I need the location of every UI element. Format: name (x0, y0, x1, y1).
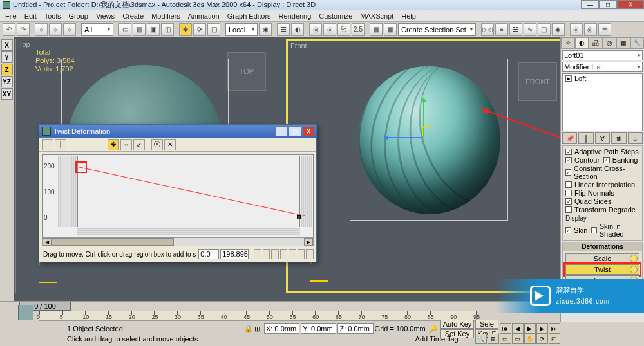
zoom-button[interactable]: 🔍 (475, 334, 487, 344)
link-button[interactable]: ⟐ (35, 23, 48, 36)
mirror-button[interactable]: ▷◁ (481, 23, 494, 36)
mateditor-button[interactable]: ◉ (552, 23, 565, 36)
zoom-v-button[interactable] (280, 249, 288, 259)
zoom-region-button[interactable] (289, 249, 296, 259)
move-button[interactable]: ✥ (179, 23, 192, 36)
menu-customize[interactable]: Customize (315, 12, 356, 20)
pan-button[interactable] (254, 249, 261, 259)
chk-quad-sides[interactable]: Quad Sides (574, 197, 611, 205)
named-sel-button2[interactable]: ▦ (384, 23, 397, 36)
gizmo-x-axis-icon[interactable] (384, 137, 423, 138)
viewcube-top[interactable]: TOP (227, 52, 266, 91)
bulb-icon[interactable] (630, 255, 638, 262)
align-button[interactable]: ≡ (495, 23, 508, 36)
redo-button[interactable]: ↷ (17, 23, 30, 36)
scroll-thumb[interactable] (52, 238, 174, 246)
graph-hscrollbar[interactable]: ◀ ▶ (42, 237, 314, 246)
select-name-button[interactable]: ▤ (133, 23, 146, 36)
keymode-button[interactable]: ◐ (291, 23, 304, 36)
y-field[interactable]: Y: 0.0mm (301, 323, 336, 334)
modifier-stack[interactable]: ■Loft (562, 73, 643, 131)
zoom-ext-button[interactable]: ▭ (512, 334, 524, 344)
prev-frame-button[interactable]: ◀ (512, 323, 524, 334)
render-setup-button[interactable]: ◎ (570, 23, 583, 36)
goto-end-button[interactable]: ⏭ (549, 323, 560, 334)
chk-adaptive-path[interactable]: Adaptive Path Steps (574, 148, 639, 156)
tab-display[interactable]: ▦ (616, 37, 630, 48)
add-time-tag[interactable]: Add Time Tag (415, 335, 473, 343)
lock-button[interactable]: 🔒 (244, 325, 253, 333)
configure-button[interactable]: ⌂ (628, 132, 643, 144)
twist-deformation-dialog[interactable]: Twist Deformation — □ X | ✥ ↔ ↙ ⓧ ✕ (39, 124, 317, 262)
scroll-right-button[interactable]: ▶ (304, 238, 313, 246)
pin-stack-button[interactable]: 📌 (562, 132, 577, 144)
symmetry-button[interactable] (42, 139, 53, 150)
selection-filter-combo[interactable]: All (81, 23, 113, 36)
window-crossing-button[interactable]: ◫ (161, 23, 174, 36)
maximize-vp-button[interactable]: ◱ (549, 334, 560, 344)
manip-button[interactable]: ☰ (277, 23, 290, 36)
zoom-ext-button[interactable] (263, 249, 270, 259)
remove-mod-button[interactable]: 🗑 (611, 132, 626, 144)
axis-y-button[interactable]: Y (1, 51, 13, 63)
viewcube-front[interactable]: FRONT (518, 62, 557, 101)
deform-twist-button[interactable]: Twist (565, 264, 639, 275)
zoom-button[interactable] (298, 249, 305, 259)
deformation-graph[interactable]: 200 100 0 (42, 154, 314, 238)
snap-button[interactable]: ◎ (309, 23, 322, 36)
scale-point-button[interactable]: ↔ (120, 139, 132, 150)
chk-flip-normals[interactable]: Flip Normals (574, 189, 614, 197)
next-frame-button[interactable]: ▶ (536, 323, 548, 334)
chk-skin[interactable]: Skin (574, 226, 587, 234)
modifier-list-combo[interactable]: Modifier List (562, 62, 643, 72)
graph-curve[interactable] (78, 167, 305, 216)
move-point-button[interactable]: ✥ (108, 139, 119, 150)
rotate-button[interactable]: ⟳ (193, 23, 206, 36)
pan-button[interactable]: ✋ (524, 334, 536, 344)
tab-motion[interactable]: ◎ (603, 37, 617, 48)
menu-modifiers[interactable]: Modifiers (147, 12, 184, 20)
undo-button[interactable]: ↶ (3, 23, 15, 36)
tab-hierarchy[interactable]: 品 (589, 37, 603, 48)
zoom-h-button[interactable] (271, 249, 279, 259)
menu-animation[interactable]: Animation (184, 12, 223, 20)
layers-button[interactable]: ☱ (509, 23, 522, 36)
menu-help[interactable]: Help (397, 12, 420, 20)
viewport-front[interactable]: Front FRONT (286, 39, 572, 293)
display-xyz-button[interactable]: | (55, 139, 66, 150)
dialog-y-field[interactable]: 198.895 (220, 249, 249, 259)
chk-contour[interactable]: Contour (574, 156, 600, 164)
ref-coord-combo[interactable]: Local (225, 23, 258, 36)
menu-maxscript[interactable]: MAXScript (356, 12, 397, 20)
menu-group[interactable]: Group (64, 12, 92, 20)
autokey-button[interactable]: Auto Key (440, 320, 474, 329)
graph-plotarea[interactable] (77, 156, 300, 227)
select-button[interactable]: ▭ (118, 23, 131, 36)
chk-ccs[interactable]: Constant Cross-Section (574, 165, 639, 180)
orbit-button[interactable]: ⟳ (536, 334, 548, 344)
menu-rendering[interactable]: Rendering (275, 12, 316, 20)
pivot-button[interactable]: ◉ (259, 23, 272, 36)
axis-xy-button[interactable]: XY (1, 88, 13, 100)
dialog-close-button[interactable]: X (302, 126, 315, 136)
menu-tools[interactable]: Tools (41, 12, 65, 20)
select-region-button[interactable]: ▣ (147, 23, 160, 36)
chk-transform-degrade[interactable]: Transform Degrade (574, 206, 636, 214)
menu-views[interactable]: Views (92, 12, 118, 20)
unique-button[interactable]: ∀ (595, 132, 610, 144)
time-ruler[interactable]: 05101520253035404550556065707580859095 (39, 311, 477, 321)
maximize-button[interactable]: □ (599, 0, 617, 9)
named-sel-button[interactable]: ▦ (370, 23, 383, 36)
object-name-field[interactable]: Loft01 (562, 50, 643, 60)
sel-filter-button[interactable]: Sele (475, 320, 498, 329)
named-selset-combo[interactable]: Create Selection Set (398, 23, 476, 36)
quick-render-button[interactable]: ☕ (598, 23, 611, 36)
scroll-left-button[interactable]: ◀ (43, 238, 52, 246)
insert-corner-button[interactable]: ↙ (133, 139, 145, 150)
fit-button[interactable] (306, 249, 314, 259)
coord-mode-button[interactable]: ⊞ (254, 325, 263, 333)
scale-button[interactable]: ◱ (207, 23, 220, 36)
dialog-minimize-button[interactable]: — (275, 126, 288, 136)
graph-point-end[interactable] (297, 215, 301, 219)
axis-yz-button[interactable]: YZ (1, 76, 13, 87)
